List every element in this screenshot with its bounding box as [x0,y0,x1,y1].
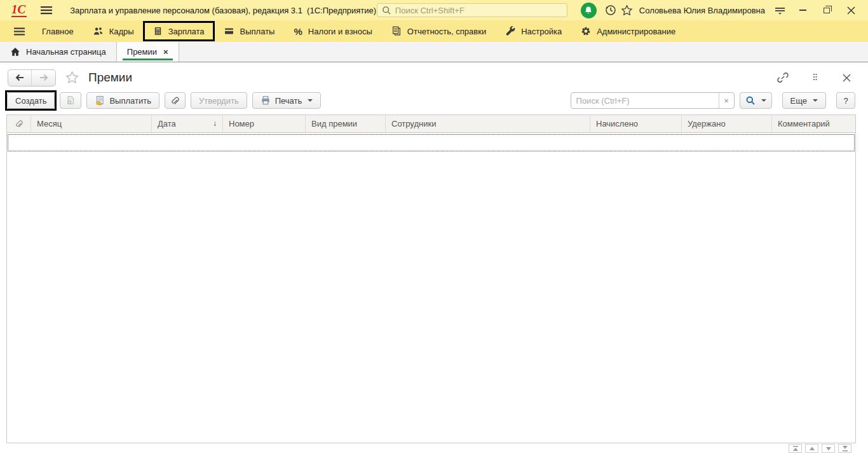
section-label: Налоги и взносы [308,27,372,36]
link-icon [776,71,789,84]
search-icon [382,6,391,15]
page-header: Премии [0,62,868,89]
more-button-label: Еще [790,96,807,106]
create-button[interactable]: Создать [7,92,55,109]
column-month[interactable]: Месяц [31,115,152,132]
add-to-favorites-button[interactable] [65,71,79,85]
section-label: Администрирование [597,27,675,36]
section-otchetnost[interactable]: Отчетность, справки [382,22,496,41]
tab-home[interactable]: Начальная страница [0,42,117,62]
dropdown-caret-icon [308,99,313,102]
minimize-icon [799,10,806,11]
wrench-icon [505,26,515,36]
global-search-input[interactable] [395,6,562,15]
section-administrirovanie[interactable]: Администрирование [571,22,685,41]
section-label: Отчетность, справки [407,27,486,36]
minimize-button[interactable] [793,2,812,18]
section-zarplata[interactable]: Зарплата [144,22,214,41]
tab-premii[interactable]: Премии × [117,42,179,62]
column-withheld[interactable]: Удержано [682,115,772,132]
list-search-input[interactable] [571,96,719,106]
section-nastroyka[interactable]: Настройка [496,22,571,41]
close-icon [843,74,851,82]
section-kadry[interactable]: Кадры [83,22,144,41]
scroll-to-top-button[interactable] [789,444,802,453]
tab-close-icon[interactable]: × [163,48,168,56]
card-icon [224,26,234,36]
arrow-left-icon [15,73,25,82]
section-label: Кадры [109,27,134,36]
tab-label: Начальная страница [26,47,106,57]
scroll-to-bottom-button[interactable] [838,444,851,453]
dropdown-caret-icon [761,99,766,102]
notifications-button[interactable] [581,3,597,18]
close-icon [847,6,855,15]
tab-label: Премии [127,47,157,57]
back-button[interactable] [8,70,32,86]
copy-button-disabled[interactable] [60,92,81,109]
column-accrued[interactable]: Начислено [590,115,682,132]
list-search-box[interactable]: × [571,92,735,109]
app-window: 1С Зарплата и управление персоналом (баз… [0,0,868,463]
1c-logo: 1С [11,3,27,17]
restore-button[interactable] [817,2,836,18]
main-menu-icon[interactable] [6,27,32,36]
forward-button-disabled[interactable] [32,70,55,86]
create-button-highlight: Создать [7,92,55,109]
column-bonus-kind[interactable]: Вид премии [306,115,386,132]
column-attachments[interactable] [7,115,31,132]
column-employees[interactable]: Сотрудники [386,115,590,132]
current-user-name[interactable]: Соловьева Юлия Владимировна [639,6,765,15]
more-actions-button[interactable] [808,71,821,84]
section-glavnoe[interactable]: Главное [32,22,83,41]
favorites-button[interactable] [619,2,635,18]
arrow-right-icon [39,73,49,82]
pay-button[interactable]: Выплатить [86,92,159,109]
scroll-down-icon [824,445,833,452]
scroll-top-icon [791,445,800,452]
user-menu-icon [775,6,785,15]
column-comment[interactable]: Комментарий [772,115,855,132]
copy-document-icon [65,95,76,106]
print-button-label: Печать [275,96,302,106]
system-menu-icon[interactable] [41,6,52,15]
attachments-button[interactable] [165,92,186,109]
page-title: Премии [88,71,132,85]
section-vyplaty[interactable]: Выплаты [214,22,285,41]
title-bar: 1С Зарплата и управление персоналом (баз… [0,0,868,20]
get-link-button[interactable] [776,71,789,84]
column-date-label: Дата [158,115,176,132]
approve-button-disabled[interactable]: Утвердить [191,92,247,109]
paperclip-icon [15,119,24,128]
paperclip-icon [170,95,180,106]
more-button[interactable]: Еще [782,92,826,109]
selected-empty-row[interactable] [8,134,855,151]
print-button[interactable]: Печать [252,92,322,109]
dropdown-caret-icon [813,99,818,102]
column-number[interactable]: Номер [223,115,306,132]
premii-list-table: Месяц Дата ↓ Номер Вид премии Сотрудники… [6,114,856,443]
find-button[interactable] [740,92,772,109]
home-icon [10,47,20,57]
user-menu-button[interactable] [771,2,788,18]
scroll-down-button[interactable] [822,444,835,453]
section-nalogi[interactable]: % Налоги и взносы [284,22,381,41]
list-toolbar: Создать Выплатить Утвердить Печать × [0,90,868,111]
section-label: Зарплата [168,27,205,36]
column-date[interactable]: Дата ↓ [152,115,223,132]
calculator-icon [153,26,163,36]
page-header-actions [776,71,853,84]
global-search-box[interactable] [377,3,567,17]
help-button[interactable]: ? [836,92,855,109]
close-window-button[interactable] [841,2,860,18]
close-page-button[interactable] [840,71,853,84]
scroll-up-button[interactable] [805,444,818,453]
history-button[interactable] [602,2,619,18]
history-icon [604,4,617,17]
pay-button-label: Выплатить [109,96,151,106]
open-windows-tabbar: Начальная страница Премии × [0,42,868,62]
section-label: Главное [42,27,74,36]
kebab-dots-icon [812,73,818,83]
clear-search-button[interactable]: × [719,93,734,108]
star-outline-icon [65,71,79,85]
